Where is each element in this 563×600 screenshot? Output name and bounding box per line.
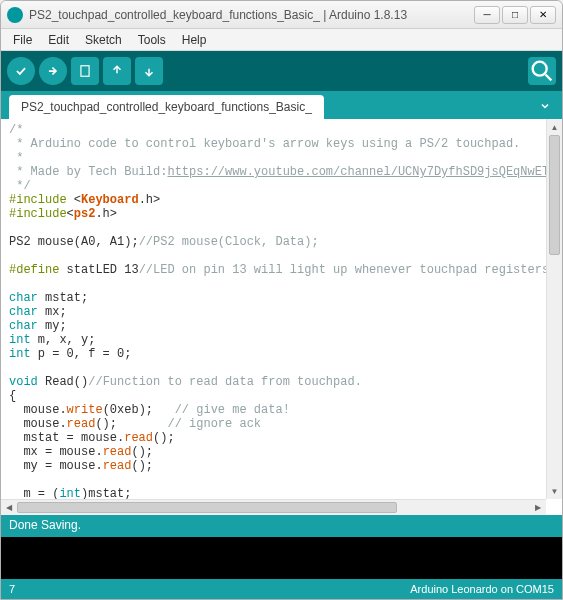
horizontal-scroll-thumb[interactable] xyxy=(17,502,397,513)
horizontal-scrollbar[interactable]: ◀ ▶ xyxy=(1,499,546,515)
verify-button[interactable] xyxy=(7,57,35,85)
svg-rect-0 xyxy=(81,66,89,77)
window-title: PS2_touchpad_controlled_keyboard_functio… xyxy=(29,8,474,22)
editor-area: /* * Arduino code to control keyboard's … xyxy=(1,119,562,499)
svg-point-1 xyxy=(533,62,547,76)
maximize-button[interactable]: □ xyxy=(502,6,528,24)
menu-sketch[interactable]: Sketch xyxy=(79,31,128,49)
sketch-tab[interactable]: PS2_touchpad_controlled_keyboard_functio… xyxy=(9,95,324,119)
minimize-button[interactable]: ─ xyxy=(474,6,500,24)
serial-monitor-button[interactable] xyxy=(528,57,556,85)
scroll-right-arrow-icon[interactable]: ▶ xyxy=(530,500,546,515)
menu-file[interactable]: File xyxy=(7,31,38,49)
arduino-logo-icon xyxy=(7,7,23,23)
output-console[interactable] xyxy=(1,537,562,579)
line-number: 7 xyxy=(9,583,15,595)
toolbar xyxy=(1,51,562,91)
menu-tools[interactable]: Tools xyxy=(132,31,172,49)
menu-help[interactable]: Help xyxy=(176,31,213,49)
scroll-up-arrow-icon[interactable]: ▲ xyxy=(547,119,562,135)
status-bar: Done Saving. xyxy=(1,515,562,537)
titlebar[interactable]: PS2_touchpad_controlled_keyboard_functio… xyxy=(1,1,562,29)
scroll-left-arrow-icon[interactable]: ◀ xyxy=(1,500,17,515)
close-button[interactable]: ✕ xyxy=(530,6,556,24)
footer: 7 Arduino Leonardo on COM15 xyxy=(1,579,562,599)
code-editor[interactable]: /* * Arduino code to control keyboard's … xyxy=(1,119,546,499)
board-port-label: Arduino Leonardo on COM15 xyxy=(410,583,554,595)
arduino-ide-window: PS2_touchpad_controlled_keyboard_functio… xyxy=(0,0,563,600)
tab-menu-button[interactable] xyxy=(536,97,554,115)
vertical-scrollbar[interactable]: ▲ ▼ xyxy=(546,119,562,499)
menu-edit[interactable]: Edit xyxy=(42,31,75,49)
open-button[interactable] xyxy=(103,57,131,85)
scroll-down-arrow-icon[interactable]: ▼ xyxy=(547,483,562,499)
vertical-scroll-thumb[interactable] xyxy=(549,135,560,255)
new-button[interactable] xyxy=(71,57,99,85)
menubar: File Edit Sketch Tools Help xyxy=(1,29,562,51)
save-button[interactable] xyxy=(135,57,163,85)
tabbar: PS2_touchpad_controlled_keyboard_functio… xyxy=(1,91,562,119)
upload-button[interactable] xyxy=(39,57,67,85)
